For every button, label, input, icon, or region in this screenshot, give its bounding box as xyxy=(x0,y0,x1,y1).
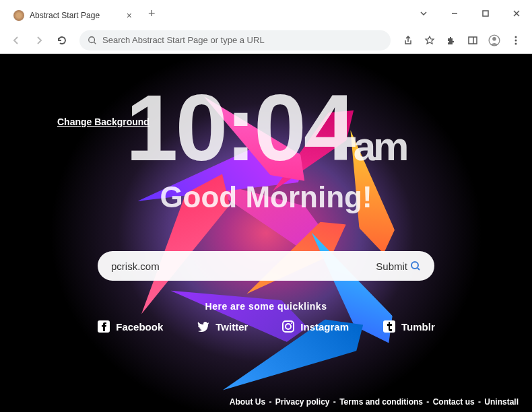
forward-button[interactable] xyxy=(30,31,48,50)
clock-time: 10:04 xyxy=(126,75,354,180)
change-background-link[interactable]: Change Background xyxy=(57,116,149,127)
submit-label: Submit xyxy=(376,261,407,272)
search-bar: Submit xyxy=(98,251,434,281)
menu-icon[interactable] xyxy=(506,31,525,50)
address-bar[interactable]: Search Abstract Start Page or type a URL xyxy=(79,30,391,50)
svg-point-8 xyxy=(515,36,517,38)
quicklink-tumblr[interactable]: Tumblr xyxy=(383,320,435,333)
close-window-button[interactable] xyxy=(501,0,532,27)
page-content: Change Background 10:04am Good Morning! … xyxy=(0,54,532,412)
footer-terms[interactable]: Terms and conditions xyxy=(339,397,423,407)
new-tab-button[interactable]: + xyxy=(145,4,158,24)
svg-point-10 xyxy=(515,42,517,44)
quicklink-label: Facebook xyxy=(116,321,163,333)
tab-favicon-icon xyxy=(13,10,24,21)
svg-point-11 xyxy=(411,262,418,269)
svg-point-7 xyxy=(492,36,496,40)
maximize-button[interactable] xyxy=(470,0,501,27)
twitter-icon xyxy=(197,320,210,333)
window-titlebar: Abstract Start Page × + xyxy=(0,0,532,27)
quicklink-instagram[interactable]: Instagram xyxy=(281,320,349,333)
quicklink-label: Tumblr xyxy=(401,321,435,333)
clock-ampm: am xyxy=(354,124,407,169)
quicklink-label: Twitter xyxy=(215,321,248,333)
tumblr-icon xyxy=(383,320,396,333)
bookmark-icon[interactable] xyxy=(420,31,439,50)
quicklink-facebook[interactable]: Facebook xyxy=(97,320,163,333)
sidepanel-icon[interactable] xyxy=(463,31,482,50)
close-tab-icon[interactable]: × xyxy=(127,10,132,21)
svg-rect-1 xyxy=(483,11,488,16)
minimize-button[interactable] xyxy=(439,0,470,27)
svg-rect-4 xyxy=(469,37,477,44)
greeting-text: Good Morning! xyxy=(160,180,372,214)
share-icon[interactable] xyxy=(399,31,418,50)
quicklinks-header: Here are some quicklinks xyxy=(205,301,327,312)
svg-point-15 xyxy=(286,324,291,329)
tab-title: Abstract Start Page xyxy=(30,11,121,20)
submit-button[interactable]: Submit xyxy=(376,261,421,272)
search-icon xyxy=(88,36,97,45)
svg-point-2 xyxy=(89,36,95,42)
search-input[interactable] xyxy=(111,261,376,272)
back-button[interactable] xyxy=(7,31,26,50)
clock-display: 10:04am xyxy=(126,81,407,175)
svg-line-12 xyxy=(418,268,420,270)
footer-privacy[interactable]: Privacy policy xyxy=(275,397,330,407)
footer-about[interactable]: About Us xyxy=(230,397,265,407)
extensions-icon[interactable] xyxy=(442,31,461,50)
profile-icon[interactable] xyxy=(485,31,504,50)
svg-point-9 xyxy=(515,39,517,41)
footer-uninstall[interactable]: Uninstall xyxy=(484,397,519,407)
omnibox-placeholder: Search Abstract Start Page or type a URL xyxy=(102,35,265,45)
browser-toolbar: Search Abstract Start Page or type a URL xyxy=(0,27,532,54)
quicklink-label: Instagram xyxy=(300,321,349,333)
facebook-icon xyxy=(97,320,110,333)
reload-button[interactable] xyxy=(53,31,71,50)
svg-point-16 xyxy=(291,322,292,324)
search-submit-icon xyxy=(410,261,421,271)
svg-line-3 xyxy=(94,42,96,44)
footer-contact[interactable]: Contact us xyxy=(433,397,475,407)
footer-links: About Us - Privacy policy - Terms and co… xyxy=(230,397,519,407)
browser-tab[interactable]: Abstract Start Page × xyxy=(5,4,140,27)
caret-down-button[interactable] xyxy=(408,0,439,27)
quicklink-twitter[interactable]: Twitter xyxy=(197,320,248,333)
quicklinks-row: Facebook Twitter Instagram Tumblr xyxy=(97,320,435,333)
instagram-icon xyxy=(281,320,295,333)
